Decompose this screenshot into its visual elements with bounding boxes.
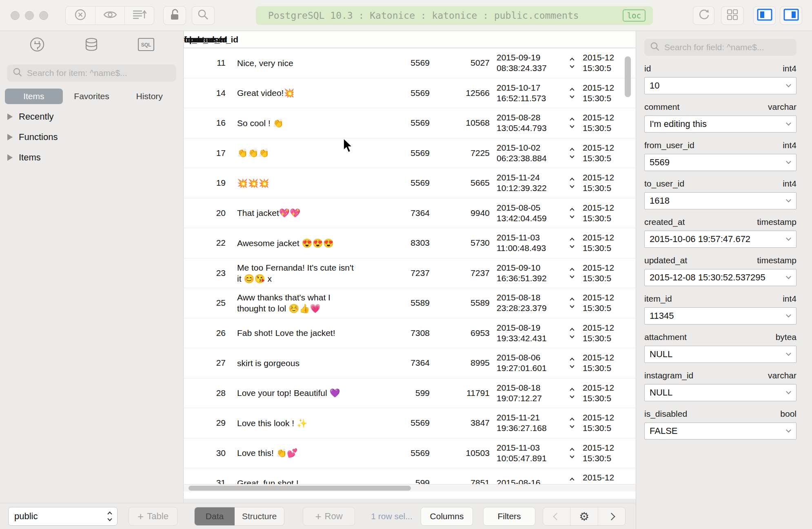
table-row[interactable]: 17 👏👏👏 5569 7225 2015-10-0206:23:38.884 … — [184, 138, 636, 169]
cell-id[interactable]: 19 — [184, 168, 231, 198]
cell-to-user-id[interactable]: 7237 — [434, 258, 492, 288]
cell-to-user-id[interactable]: 5027 — [434, 48, 492, 78]
cell-updated-at[interactable]: 2015-1215:30:5 — [583, 168, 636, 198]
cell-id[interactable]: 28 — [184, 378, 231, 408]
chevron-down-icon[interactable] — [786, 120, 791, 126]
column-header[interactable]: upd — [184, 31, 200, 48]
chevron-down-icon[interactable] — [786, 427, 791, 433]
toggle-right-panel-button[interactable] — [780, 6, 802, 25]
chevron-down-icon[interactable] — [786, 274, 791, 279]
cell-to-user-id[interactable]: 6953 — [434, 318, 492, 348]
field-value-input[interactable]: 5569 — [644, 154, 796, 171]
cell-created-at[interactable]: 2015-08-1919:33:42.431 — [492, 318, 581, 348]
sort-rows-button[interactable] — [124, 7, 154, 24]
cell-from-user-id[interactable]: 5569 — [359, 408, 434, 438]
cell-created-at[interactable]: 2015-08-1819:07:12.27 — [492, 378, 581, 408]
cell-to-user-id[interactable]: 5589 — [434, 288, 492, 318]
disclosure-triangle[interactable] — [7, 113, 13, 120]
cell-created-at[interactable]: 2015-09-1016:36:51.392 — [492, 258, 581, 288]
cell-updated-at[interactable]: 2015-1215:30:5 — [583, 108, 636, 138]
field-value-input[interactable]: 2015-10-06 19:57:47.672 — [644, 231, 796, 248]
plug-icon[interactable] — [29, 37, 45, 54]
sidebar-tree-item[interactable]: Recently — [0, 107, 183, 127]
horizontal-scrollbar-thumb[interactable] — [189, 486, 411, 491]
cell-comment[interactable]: Fab shot! Love the jacket! — [231, 318, 359, 348]
cell-created-at[interactable]: 2015-08-0619:27:01.601 — [492, 348, 581, 378]
stepper-icon[interactable] — [570, 298, 574, 307]
table-row[interactable]: 30 Love this! 👏💕 5569 10503 2015-11-0310… — [184, 438, 636, 469]
sql-icon[interactable]: SQL — [138, 38, 155, 53]
cell-from-user-id[interactable]: 7308 — [359, 318, 434, 348]
stepper-icon[interactable] — [570, 58, 574, 67]
cell-created-at[interactable]: 2015-09-1908:38:24.337 — [492, 48, 581, 78]
cell-id[interactable]: 29 — [184, 408, 231, 438]
filters-button[interactable]: Filters — [483, 507, 535, 526]
schema-select[interactable]: public — [8, 507, 118, 526]
cell-from-user-id[interactable]: 7364 — [359, 198, 434, 228]
chevron-down-icon[interactable] — [786, 351, 791, 356]
cell-id[interactable]: 17 — [184, 138, 231, 168]
table-row[interactable]: 20 That jacket💖💖 7364 9940 2015-08-0513:… — [184, 198, 636, 229]
cell-to-user-id[interactable]: 11791 — [434, 378, 492, 408]
chevron-down-icon[interactable] — [786, 197, 791, 202]
table-row[interactable]: 27 skirt is gorgeous 7364 8995 2015-08-0… — [184, 348, 636, 378]
stepper-icon[interactable] — [570, 178, 574, 187]
refresh-button[interactable] — [693, 6, 714, 25]
cell-to-user-id[interactable]: 3847 — [434, 408, 492, 438]
field-value-input[interactable]: NULL — [644, 346, 796, 363]
cell-updated-at[interactable]: 2015-1215:30:5 — [583, 288, 636, 318]
cell-comment[interactable]: 👏👏👏 — [231, 138, 359, 168]
disclosure-triangle[interactable] — [7, 154, 13, 161]
sidebar-tab[interactable]: Items — [5, 89, 63, 104]
add-table-button[interactable]: + Table — [129, 507, 177, 526]
cell-from-user-id[interactable]: 5569 — [359, 78, 434, 108]
cell-from-user-id[interactable]: 8303 — [359, 228, 434, 258]
cell-comment[interactable]: Awesome jacket 😍😍😍 — [231, 228, 359, 258]
cell-created-at[interactable]: 2015-11-0310:05:47.891 — [492, 438, 581, 468]
cell-from-user-id[interactable]: 5569 — [359, 168, 434, 198]
cell-id[interactable]: 25 — [184, 288, 231, 318]
traffic-light-zoom[interactable] — [39, 11, 48, 20]
cell-comment[interactable]: Aww thanks that's what I thought to lol … — [231, 288, 359, 318]
table-row[interactable]: 25 Aww thanks that's what I thought to l… — [184, 288, 636, 318]
stepper-icon[interactable] — [570, 149, 574, 158]
disclosure-triangle[interactable] — [7, 134, 13, 140]
sidebar-tree-item[interactable]: Functions — [0, 127, 183, 147]
cell-from-user-id[interactable]: 5589 — [359, 288, 434, 318]
view-mode-tab[interactable]: Structure — [235, 507, 284, 525]
cell-comment[interactable]: So cool ! 👏 — [231, 108, 359, 138]
sidebar-search-input[interactable]: Search for item: ^name$... — [7, 64, 176, 82]
cell-to-user-id[interactable]: 9940 — [434, 198, 492, 228]
field-value-input[interactable]: FALSE — [644, 422, 796, 440]
cell-updated-at[interactable]: 2015-1215:30:5 — [583, 198, 636, 228]
traffic-light-close[interactable] — [11, 11, 20, 20]
cell-created-at[interactable]: 2015-11-0311:00:48.493 — [492, 228, 581, 258]
cell-to-user-id[interactable]: 10568 — [434, 108, 492, 138]
cell-updated-at[interactable]: 2015-1215:30:5 — [583, 348, 636, 378]
sidebar-tab[interactable]: History — [120, 89, 178, 104]
table-row[interactable]: 19 💥💥💥 5569 5665 2015-11-2410:12:39.322 … — [184, 168, 636, 198]
field-value-input[interactable]: 2015-12-08 15:30:52.537295 — [644, 269, 796, 286]
field-value-input[interactable]: 11345 — [644, 307, 796, 325]
grid-view-button[interactable] — [721, 6, 744, 25]
cell-comment[interactable]: That jacket💖💖 — [231, 198, 359, 228]
cell-created-at[interactable]: 2015-08-1823:28:23.379 — [492, 288, 581, 318]
cell-created-at[interactable]: 2015-11-2119:36:27.168 — [492, 408, 581, 438]
stepper-icon[interactable] — [570, 209, 574, 218]
cell-to-user-id[interactable]: 12566 — [434, 78, 492, 108]
sidebar-tree-item[interactable]: Items — [0, 147, 183, 168]
cell-comment[interactable]: Love your top! Beautiful 💜 — [231, 378, 359, 408]
cell-comment[interactable]: 💥💥💥 — [231, 168, 359, 198]
stepper-icon[interactable] — [570, 118, 574, 127]
cell-updated-at[interactable]: 2015-1215:30:5 — [583, 408, 636, 438]
stepper-icon[interactable] — [570, 238, 574, 247]
table-row[interactable]: 29 Love this look ! ✨ 5569 3847 2015-11-… — [184, 408, 636, 438]
cell-updated-at[interactable]: 2015-1215:30:5 — [583, 318, 636, 348]
stepper-icon[interactable] — [570, 89, 574, 98]
field-value-input[interactable]: 1618 — [644, 192, 796, 209]
cell-id[interactable]: 23 — [184, 258, 231, 288]
table-row[interactable]: 14 Great video!💥 5569 12566 2015-10-1716… — [184, 78, 636, 109]
stepper-icon[interactable] — [570, 269, 574, 278]
table-row[interactable]: 23 Me too Fernanda! It's cute isn't it 😊… — [184, 258, 636, 289]
horizontal-scrollbar[interactable] — [184, 484, 636, 491]
